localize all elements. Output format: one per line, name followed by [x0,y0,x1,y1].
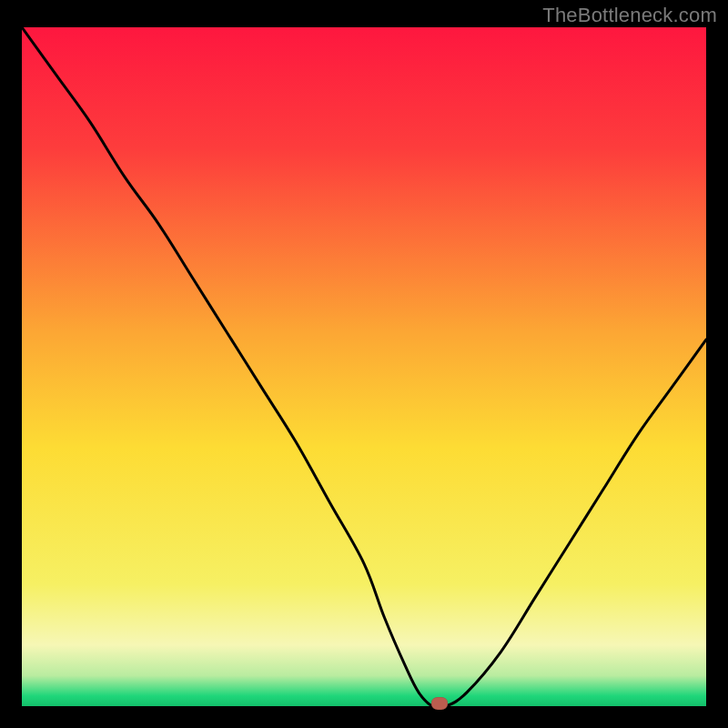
watermark-text: TheBottleneck.com [542,4,717,27]
plot-svg [22,27,706,706]
optimal-marker [431,697,448,710]
gradient-rect [22,27,706,706]
chart-frame: TheBottleneck.com [0,0,728,728]
plot-area [22,27,706,706]
